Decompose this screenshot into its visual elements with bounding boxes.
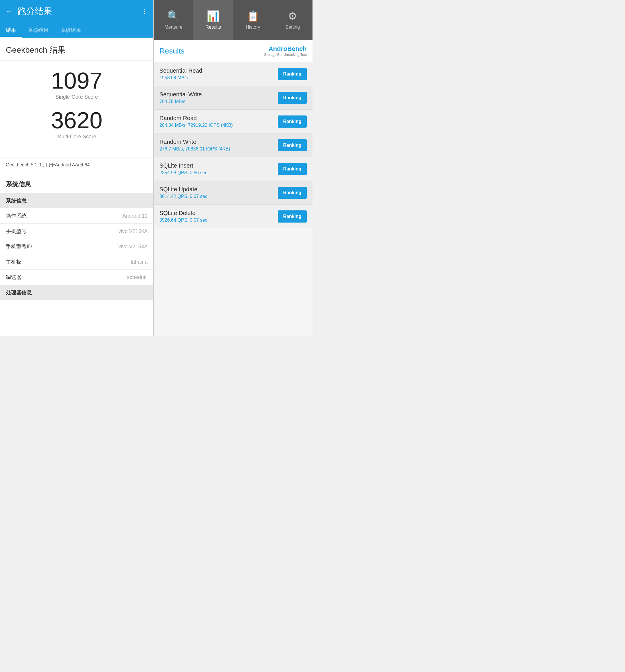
setting-label: Setting: [285, 25, 300, 30]
more-menu-button[interactable]: ⋮: [141, 7, 148, 15]
ranking-button[interactable]: Ranking: [278, 163, 307, 175]
results-heading: Results: [160, 47, 185, 55]
os-value: Android 11: [122, 213, 148, 219]
history-icon: 📋: [246, 10, 260, 22]
result-row: Random Write 276.7 MB/s, 70836.01 IOPS (…: [154, 134, 312, 157]
brand-suffix: Bench: [287, 45, 307, 52]
model-label: 手机型号: [6, 228, 27, 235]
result-name: Random Write: [160, 139, 278, 145]
ranking-button[interactable]: Ranking: [278, 139, 307, 151]
right-panel: 🔍 Measure 📊 Results 📋 History ⚙ Setting …: [153, 0, 312, 336]
measure-icon: 🔍: [167, 10, 180, 22]
result-info: Random Write 276.7 MB/s, 70836.01 IOPS (…: [160, 139, 278, 152]
ranking-button[interactable]: Ranking: [278, 92, 307, 104]
model-id-value: vivo V2154A: [118, 244, 148, 250]
brand-subtitle: Storage Benchmarking Tool: [264, 53, 307, 57]
page-title: 跑分结果: [17, 5, 137, 17]
left-panel: ← 跑分结果 ⋮ 结果 单核结果 多核结果 Geekbench 结果 1097 …: [0, 0, 153, 336]
ranking-button[interactable]: Ranking: [278, 116, 307, 128]
left-tabs: 结果 单核结果 多核结果: [0, 23, 153, 38]
info-row-governor: 调速器 schedutil: [0, 270, 153, 285]
score-section: 1097 Single-Core Score 3620 Multi-Core S…: [0, 61, 153, 157]
result-value: 784.75 MB/s: [160, 99, 278, 104]
ranking-button[interactable]: Ranking: [278, 68, 307, 80]
result-info: Sequential Write 784.75 MB/s: [160, 91, 278, 104]
multi-core-score: 3620: [6, 109, 148, 132]
ranking-button[interactable]: Ranking: [278, 187, 307, 199]
result-value: 3014.42 QPS, 0.67 sec: [160, 194, 278, 199]
processor-info-group-header: 处理器信息: [0, 285, 153, 300]
tab-results[interactable]: 结果: [0, 23, 22, 38]
nav-results[interactable]: 📊 Results: [193, 0, 233, 40]
result-row: SQLite Delete 3526.64 QPS, 0.57 sec Rank…: [154, 205, 312, 229]
result-info: SQLite Insert 2354.98 QPS, 0.86 sec: [160, 162, 278, 175]
governor-label: 调速器: [6, 274, 21, 281]
geekbench-title: Geekbench 结果: [0, 38, 153, 61]
brand-prefix: Andro: [268, 45, 287, 52]
nav-history[interactable]: 📋 History: [233, 0, 273, 40]
result-value: 276.7 MB/s, 70836.01 IOPS (4KB): [160, 146, 278, 152]
results-nav-label: Results: [206, 25, 221, 30]
result-info: SQLite Delete 3526.64 QPS, 0.57 sec: [160, 210, 278, 223]
nav-setting[interactable]: ⚙ Setting: [273, 0, 312, 40]
setting-icon: ⚙: [288, 10, 297, 22]
result-info: Sequential Read 1958.04 MB/s: [160, 67, 278, 80]
right-nav: 🔍 Measure 📊 Results 📋 History ⚙ Setting: [154, 0, 312, 40]
result-info: Random Read 284.84 MB/s, 72919.22 IOPS (…: [160, 115, 278, 128]
model-value: vivo V2154A: [118, 229, 148, 234]
result-value: 1958.04 MB/s: [160, 75, 278, 80]
info-row-model: 手机型号 vivo V2154A: [0, 224, 153, 239]
result-name: SQLite Delete: [160, 210, 278, 216]
result-name: SQLite Update: [160, 186, 278, 193]
info-row-motherboard: 主机板 lahaina: [0, 255, 153, 270]
right-header: Results AndroBench Storage Benchmarking …: [154, 40, 312, 62]
nav-measure[interactable]: 🔍 Measure: [154, 0, 193, 40]
motherboard-label: 主机板: [6, 259, 21, 265]
ranking-button[interactable]: Ranking: [278, 210, 307, 222]
info-row-os: 操作系统 Android 11: [0, 208, 153, 224]
single-core-score: 1097: [6, 69, 148, 92]
tab-multi-core[interactable]: 多核结果: [54, 23, 87, 38]
result-info: SQLite Update 3014.42 QPS, 0.67 sec: [160, 186, 278, 199]
left-content: Geekbench 结果 1097 Single-Core Score 3620…: [0, 38, 153, 336]
result-row: Sequential Write 784.75 MB/s Ranking: [154, 86, 312, 110]
tab-single-core[interactable]: 单核结果: [22, 23, 54, 38]
result-name: SQLite Insert: [160, 162, 278, 169]
results-list: Sequential Read 1958.04 MB/s Ranking Seq…: [154, 62, 312, 336]
result-row: Random Read 284.84 MB/s, 72919.22 IOPS (…: [154, 110, 312, 134]
result-value: 284.84 MB/s, 72919.22 IOPS (4KB): [160, 123, 278, 128]
result-row: Sequential Read 1958.04 MB/s Ranking: [154, 62, 312, 86]
left-header: ← 跑分结果 ⋮: [0, 0, 153, 23]
result-name: Sequential Write: [160, 91, 278, 98]
multi-core-label: Multi-Core Score: [6, 134, 148, 140]
system-info-group-header: 系统信息: [0, 193, 153, 208]
androbench-logo: AndroBench Storage Benchmarking Tool: [264, 45, 307, 57]
result-name: Random Read: [160, 115, 278, 122]
result-row: SQLite Update 3014.42 QPS, 0.67 sec Rank…: [154, 181, 312, 205]
motherboard-value: lahaina: [131, 259, 148, 265]
model-id-label: 手机型号ID: [6, 243, 32, 250]
system-info-section: 系统信息: [0, 173, 153, 193]
result-value: 2354.98 QPS, 0.86 sec: [160, 170, 278, 175]
history-label: History: [246, 25, 260, 30]
governor-value: schedutil: [127, 274, 148, 281]
os-label: 操作系统: [6, 212, 27, 219]
result-row: SQLite Insert 2354.98 QPS, 0.86 sec Rank…: [154, 157, 312, 181]
measure-label: Measure: [165, 25, 183, 30]
geekbench-version: Geekbench 5.1.0，用于Android AArch64: [0, 157, 153, 173]
result-value: 3526.64 QPS, 0.57 sec: [160, 218, 278, 223]
brand-name: AndroBench: [268, 45, 307, 53]
results-icon: 📊: [207, 10, 220, 22]
single-core-label: Single-Core Score: [6, 94, 148, 100]
back-button[interactable]: ←: [6, 7, 13, 15]
result-name: Sequential Read: [160, 67, 278, 74]
info-row-model-id: 手机型号ID vivo V2154A: [0, 239, 153, 255]
